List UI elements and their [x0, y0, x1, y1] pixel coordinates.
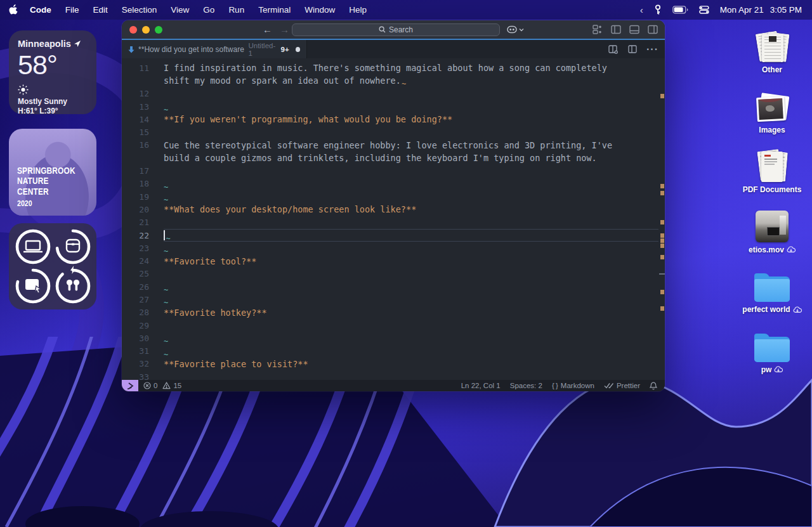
desktop-icon-pw[interactable]: pw — [737, 325, 807, 386]
warning-marker — [660, 255, 664, 259]
warning-marker — [660, 306, 664, 311]
editor-layout-icon[interactable] — [627, 43, 639, 55]
remote-icon — [126, 382, 134, 389]
problems-summary[interactable]: 0 15 — [143, 382, 181, 389]
copilot-menu[interactable] — [506, 25, 524, 34]
desktop-icon-label: pw — [761, 365, 783, 374]
code-line[interactable] — [164, 319, 658, 332]
desktop-icon-images[interactable]: Images — [737, 86, 807, 146]
code-line[interactable] — [164, 164, 658, 177]
overview-ruler[interactable] — [659, 58, 665, 380]
editor-line-27: 27~ — [122, 293, 665, 306]
menu-item-edit[interactable]: Edit — [86, 0, 115, 20]
battery-ring-airpods[interactable] — [53, 266, 93, 306]
control-center-icon[interactable] — [699, 6, 709, 14]
menu-item-help[interactable]: Help — [342, 0, 374, 20]
code-line[interactable]: ~ — [164, 293, 658, 306]
menu-item-go[interactable]: Go — [196, 0, 221, 20]
errors-icon — [143, 382, 151, 389]
desktop-icons-column: OtherImagesPDF Documentsetios.movperfect… — [737, 25, 807, 385]
code-line[interactable] — [164, 370, 658, 380]
code-line[interactable] — [164, 126, 658, 138]
code-line[interactable]: ~ — [164, 100, 658, 113]
password-key-icon[interactable] — [654, 4, 662, 15]
code-line[interactable]: **If you weren't programming, what would… — [164, 113, 658, 126]
battery-ring-airpods-case[interactable] — [53, 227, 93, 266]
menu-item-window[interactable]: Window — [298, 0, 342, 20]
batteries-widget[interactable] — [9, 223, 96, 309]
editor-line-31: 31~ — [122, 345, 665, 358]
code-line[interactable]: I find inspiration in music. There's som… — [164, 62, 658, 74]
menu-item-terminal[interactable]: Terminal — [251, 0, 298, 20]
close-button[interactable] — [129, 26, 137, 34]
code-line[interactable]: ~ — [164, 332, 658, 344]
cursor-position[interactable]: Ln 22, Col 1 — [461, 382, 501, 389]
zoom-button[interactable] — [155, 26, 162, 34]
menu-bar-clock[interactable]: Mon Apr 21 3:05 PM — [720, 5, 802, 15]
hidden-items-chevron-icon[interactable]: ‹ — [640, 4, 643, 15]
desktop-icon-pdf-documents[interactable]: PDF Documents — [737, 145, 807, 205]
line-number: 18 — [122, 179, 149, 188]
toggle-secondary-sidebar-icon[interactable] — [646, 23, 658, 36]
tab-untitled-1[interactable]: **How did you get into software?** Untit… — [122, 40, 307, 58]
back-arrow-icon[interactable]: ← — [263, 24, 272, 35]
code-line[interactable] — [164, 268, 658, 280]
menu-item-view[interactable]: View — [164, 0, 196, 20]
toggle-panel-icon[interactable] — [628, 23, 640, 36]
location-arrow-icon — [74, 40, 81, 48]
editor-line-28: 28**Favorite hotkey?** — [122, 306, 665, 319]
menu-item-code[interactable]: Code — [23, 0, 58, 20]
line-number: 12 — [122, 89, 149, 98]
unsaved-changes-dot[interactable] — [296, 47, 300, 52]
code-line[interactable]: Cue the stereotypical software engineer … — [164, 139, 658, 152]
menu-item-run[interactable]: Run — [221, 0, 251, 20]
code-line[interactable]: ~ — [164, 229, 658, 242]
split-editor-icon[interactable] — [607, 43, 619, 55]
menu-item-file[interactable]: File — [58, 0, 86, 20]
code-line[interactable]: ~ — [164, 190, 658, 203]
line-number: 25 — [122, 269, 149, 278]
code-line[interactable]: ~ — [164, 345, 658, 358]
language-mode[interactable]: { } Markdown — [552, 382, 594, 389]
line-number: 17 — [122, 166, 149, 176]
code-line[interactable]: **Favorite hotkey?** — [164, 306, 658, 319]
apple-menu-icon[interactable] — [9, 4, 18, 15]
battery-ring-trackpad[interactable] — [13, 266, 53, 306]
warnings-icon — [162, 382, 171, 389]
code-line[interactable]: shift my mood or spark an idea out of no… — [164, 74, 658, 87]
editor-pane[interactable]: 11I find inspiration in music. There's s… — [122, 58, 665, 380]
formatter-status[interactable]: Prettier — [604, 382, 640, 389]
forward-arrow-icon[interactable]: → — [280, 24, 289, 35]
weather-widget[interactable]: Minneapolis 58° Mostly Sunny H:61° L:39° — [9, 30, 96, 114]
code-line[interactable]: **What does your desktop/home screen loo… — [164, 203, 658, 216]
window-title-bar[interactable]: ← → Search — [122, 20, 665, 39]
line-number: 32 — [122, 359, 149, 368]
desktop-icon-other[interactable]: Other — [737, 25, 807, 86]
editor-line-32: 32**Favorite place to visit?** — [122, 358, 665, 370]
code-line[interactable]: **Favorite place to visit?** — [164, 358, 658, 370]
customize-layout-icon[interactable] — [591, 23, 603, 36]
line-number: 28 — [122, 308, 149, 317]
command-center-search[interactable]: Search — [292, 23, 500, 36]
photos-widget[interactable]: SPRINGBROOK NATURE CENTER 2020 — [9, 129, 96, 216]
menu-item-selection[interactable]: Selection — [115, 0, 164, 20]
code-line[interactable]: ~ — [164, 178, 658, 190]
desktop-icon-perfect-world[interactable]: perfect world — [737, 265, 807, 325]
minimize-button[interactable] — [142, 26, 150, 34]
desktop: CodeFileEditSelectionViewGoRunTerminalWi… — [0, 0, 812, 527]
code-line[interactable]: ~ — [164, 280, 658, 293]
desktop-icon-etios-mov[interactable]: etios.mov — [737, 205, 807, 266]
code-line[interactable]: build a couple gizmos and trinklets, inc… — [164, 152, 658, 164]
remote-indicator[interactable] — [122, 380, 138, 391]
code-line[interactable]: **Favorite tool?** — [164, 254, 658, 267]
toggle-primary-sidebar-icon[interactable] — [610, 23, 622, 36]
folder-icon — [750, 265, 794, 302]
more-actions-icon[interactable]: ··· — [646, 43, 658, 55]
code-line[interactable]: ~ — [164, 242, 658, 254]
code-line[interactable] — [164, 216, 658, 229]
notifications-bell-icon[interactable] — [650, 382, 657, 390]
battery-icon[interactable] — [672, 6, 688, 14]
indentation-setting[interactable]: Spaces: 2 — [510, 382, 542, 389]
battery-ring-laptop[interactable] — [13, 227, 53, 266]
code-line[interactable] — [164, 88, 658, 100]
